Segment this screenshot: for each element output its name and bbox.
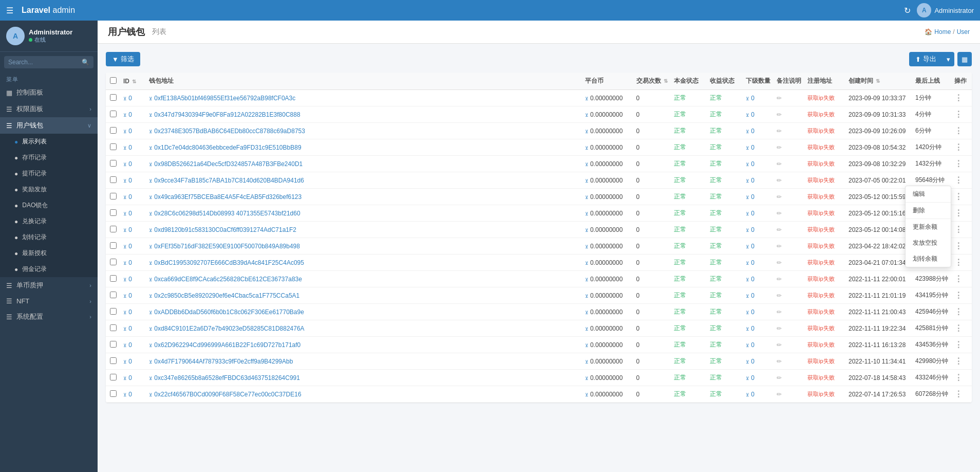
row-checkbox[interactable] (110, 209, 117, 216)
addr-link[interactable]: 0x62D962294Cd996999A661B22F1c69D727b171a… (154, 341, 300, 349)
addr-link[interactable]: 0x49ca963Ef75BCEBa8E4A5F4cEAB5Fd326bef61… (154, 193, 301, 201)
row-checkbox[interactable] (110, 390, 117, 397)
action-menu-icon[interactable]: ⋮ (954, 242, 963, 250)
cell-action[interactable]: ⋮ (951, 156, 972, 172)
edit-icon[interactable]: ✏ (777, 358, 782, 365)
sidebar-item-withdraw[interactable]: ●提币记录 (0, 166, 98, 181)
addr-link[interactable]: 0x9cce34F7aB185c7ABA1b7C8140d620B4BDA941… (154, 177, 304, 184)
sub-link[interactable]: 0 (751, 243, 755, 250)
cell-note[interactable]: ✏ (774, 172, 804, 189)
sub-link[interactable]: 0 (751, 193, 755, 201)
cell-action[interactable]: ⋮ (951, 353, 972, 370)
id-link[interactable]: 0 (128, 210, 132, 217)
cell-action[interactable]: ⋮ (951, 172, 972, 189)
columns-button[interactable]: ▦ (957, 52, 972, 66)
select-all-checkbox[interactable] (110, 77, 117, 84)
search-input[interactable] (4, 56, 93, 68)
edit-icon[interactable]: ✏ (777, 95, 782, 102)
id-link[interactable]: 0 (128, 95, 132, 102)
row-checkbox[interactable] (110, 143, 117, 150)
cell-action[interactable]: ⋮ (951, 320, 972, 337)
cell-action[interactable]: ⋮ (951, 337, 972, 353)
cell-note[interactable]: ✏ (774, 386, 804, 403)
action-menu-icon[interactable]: ⋮ (954, 176, 963, 185)
cell-action[interactable]: ⋮ (951, 370, 972, 386)
edit-icon[interactable]: ✏ (777, 341, 782, 349)
cell-note[interactable]: ✏ (774, 271, 804, 287)
edit-icon[interactable]: ✏ (777, 259, 782, 266)
id-link[interactable]: 0 (128, 276, 132, 283)
cell-action[interactable]: ⋮ (951, 304, 972, 320)
id-link[interactable]: 0 (128, 358, 132, 365)
edit-icon[interactable]: ✏ (777, 193, 782, 201)
action-menu-icon[interactable]: ⋮ (954, 143, 963, 152)
edit-icon[interactable]: ✏ (777, 226, 782, 233)
col-header-created[interactable]: 创建时间 ⇅ (845, 72, 912, 90)
cell-note[interactable]: ✏ (774, 255, 804, 271)
addr-link[interactable]: 0x23748E3057BdBAB6C64EDb80ccC8788c69aD87… (154, 128, 305, 135)
sub-link[interactable]: 0 (751, 259, 755, 266)
cell-action[interactable]: ⋮ (951, 106, 972, 123)
cell-note[interactable]: ✏ (774, 238, 804, 255)
sidebar-item-exchange[interactable]: ●兑换记录 (0, 213, 98, 229)
sub-link[interactable]: 0 (751, 374, 755, 382)
row-checkbox[interactable] (110, 193, 117, 199)
addr-link[interactable]: 0x4d7F1790644Af787933c9fF0e2cff9a9B4299A… (154, 358, 293, 365)
cell-note[interactable]: ✏ (774, 304, 804, 320)
cell-note[interactable]: ✏ (774, 189, 804, 205)
sidebar-item-user-wallet[interactable]: ☰ 用户钱包 ∨ (0, 117, 98, 134)
addr-link[interactable]: 0xd84C9101E2a6D7e7b49023eD58285C81D88247… (154, 325, 304, 332)
cell-note[interactable]: ✏ (774, 205, 804, 222)
addr-link[interactable]: 0x2c9850cB5e8920290ef6e4Cbac5ca1F775CCa5… (154, 292, 299, 299)
row-checkbox[interactable] (110, 127, 117, 134)
sidebar-item-dashboard[interactable]: ▦ 控制面板 (0, 84, 98, 101)
action-menu-icon[interactable]: ⋮ (954, 340, 963, 349)
sub-link[interactable]: 0 (751, 358, 755, 365)
action-menu-icon[interactable]: ⋮ (954, 209, 963, 217)
row-checkbox[interactable] (110, 160, 117, 167)
id-link[interactable]: 0 (128, 226, 132, 233)
cell-action[interactable]: ⋮ (951, 386, 972, 403)
row-checkbox[interactable] (110, 226, 117, 232)
sub-link[interactable]: 0 (751, 341, 755, 349)
id-link[interactable]: 0 (128, 391, 132, 398)
addr-link[interactable]: 0xd98120b91c583130C0aCf6ff0391274AdC71a1… (154, 226, 296, 233)
row-checkbox[interactable] (110, 341, 117, 348)
row-checkbox[interactable] (110, 176, 117, 183)
addr-link[interactable]: 0xFEf35b716dF382E590E9100F50070b849A89b4… (154, 243, 300, 250)
id-link[interactable]: 0 (128, 177, 132, 184)
row-checkbox[interactable] (110, 242, 117, 249)
cell-note[interactable]: ✏ (774, 106, 804, 123)
cell-note[interactable]: ✏ (774, 320, 804, 337)
row-checkbox[interactable] (110, 275, 117, 282)
addr-link[interactable]: 0x1Dc7e04dc804636ebbcedeFa9FD31c9E510BbB… (154, 144, 301, 151)
id-link[interactable]: 0 (128, 341, 132, 349)
addr-link[interactable]: 0xBdC19953092707E666CdB39dA4c841F25C4Ac0… (154, 259, 304, 266)
sub-link[interactable]: 0 (751, 210, 755, 217)
action-menu-icon[interactable]: ⋮ (954, 159, 963, 168)
context-menu-airdrop[interactable]: 发放空投 (906, 235, 951, 251)
sub-link[interactable]: 0 (751, 95, 755, 102)
row-checkbox[interactable] (110, 94, 117, 101)
sidebar-item-deposit[interactable]: ●存币记录 (0, 150, 98, 166)
id-link[interactable]: 0 (128, 160, 132, 168)
edit-icon[interactable]: ✏ (777, 144, 782, 151)
id-link[interactable]: 0 (128, 128, 132, 135)
id-link[interactable]: 0 (128, 193, 132, 201)
cell-action[interactable]: ⋮ (951, 189, 972, 205)
cell-note[interactable]: ✏ (774, 90, 804, 106)
action-menu-icon[interactable]: ⋮ (954, 291, 963, 300)
cell-action[interactable]: ⋮ (951, 90, 972, 106)
id-link[interactable]: 0 (128, 259, 132, 266)
action-menu-icon[interactable]: ⋮ (954, 324, 963, 333)
action-menu-icon[interactable]: ⋮ (954, 192, 963, 201)
sidebar-item-permissions[interactable]: ☰ 权限面板 › (0, 101, 98, 117)
sidebar-item-reward[interactable]: ●奖励发放 (0, 181, 98, 197)
addr-link[interactable]: 0x22cf46567B0Cd0090F68F58Ce77ec00c0C37DE… (154, 391, 301, 398)
sub-link[interactable]: 0 (751, 226, 755, 233)
row-checkbox[interactable] (110, 259, 117, 265)
edit-icon[interactable]: ✏ (777, 308, 782, 316)
sub-link[interactable]: 0 (751, 325, 755, 332)
row-checkbox[interactable] (110, 308, 117, 315)
context-menu-delete[interactable]: 删除 (906, 202, 951, 219)
